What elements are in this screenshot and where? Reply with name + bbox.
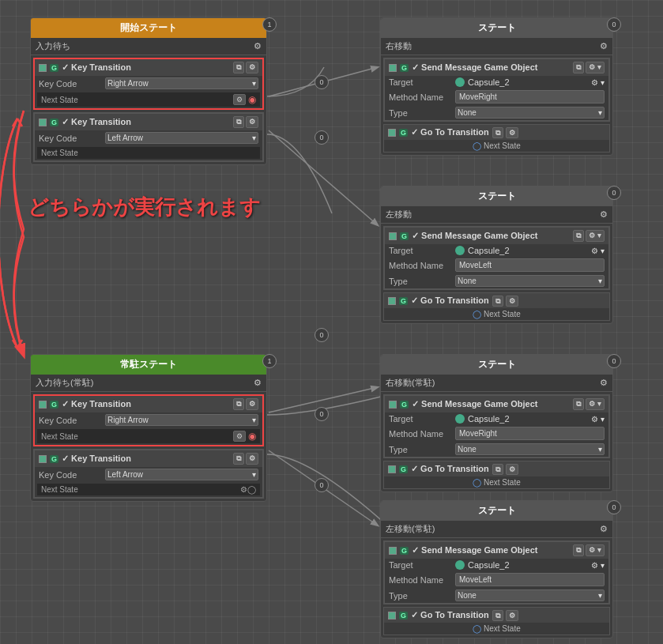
r3-goto-icons: ⧉ ⚙ [492, 464, 518, 474]
r1-goto-gear[interactable]: ⚙ [506, 127, 518, 138]
r1-method-label: Method Name [389, 92, 452, 102]
r4-goto-dot: ◯ [473, 624, 484, 633]
perm-transition-1-checkbox[interactable] [39, 401, 47, 409]
r3-send-checkbox[interactable] [389, 401, 397, 409]
right-node-3: ステート 右移動(常駐) ⚙ G ✓ Send Message Game Obj… [380, 354, 613, 492]
r2-type-select[interactable]: None ▾ [455, 275, 605, 287]
keycode-arrow-2: ▾ [252, 134, 256, 142]
permanent-subheader-gear[interactable]: ⚙ [254, 378, 262, 388]
r3-badge: 0 [607, 354, 621, 368]
r4-gear-btn[interactable]: ⚙ ▾ [586, 544, 605, 556]
perm-copy-icon-2[interactable]: ⧉ [233, 453, 244, 465]
right-node-4: ステート 左移動(常駐) ⚙ G ✓ Send Message Game Obj… [380, 500, 613, 638]
gear-icon-2[interactable]: ⚙ [246, 116, 258, 128]
perm-keycode-select-1[interactable]: Right Arrow ▾ [105, 414, 258, 426]
r1-gear[interactable]: ⚙ [600, 41, 608, 51]
r4-goto-header: G ✓ Go To Transition ⧉ ⚙ [384, 608, 609, 623]
r4-header: ステート [381, 501, 612, 521]
r3-method-row: Method Name MoveRight [385, 425, 608, 442]
r2-goto-copy[interactable]: ⧉ [492, 296, 503, 307]
perm-keycode-select-2[interactable]: Left Arrow ▾ [105, 469, 258, 480]
r3-goto-g: G [399, 465, 408, 473]
r4-goto-gear[interactable]: ⚙ [506, 610, 518, 621]
perm-transition-1-label: ✓ Key Transition [62, 399, 131, 409]
r1-send-checkbox[interactable] [389, 64, 397, 72]
start-badge: 1 [262, 17, 277, 32]
r2-gear[interactable]: ⚙ [600, 209, 608, 220]
r2-header: ステート [381, 186, 612, 206]
r3-target-label: Target [389, 414, 452, 424]
r4-target-label: Target [389, 560, 452, 570]
start-subheader-gear[interactable]: ⚙ [254, 41, 262, 51]
perm-gear-icon-1[interactable]: ⚙ [246, 398, 258, 410]
r1-goto-g: G [399, 129, 408, 137]
start-transition-2-keycode-row: Key Code Left Arrow ▾ [35, 130, 262, 145]
r4-goto-copy[interactable]: ⧉ [492, 610, 503, 621]
keycode-select-1[interactable]: Right Arrow ▾ [105, 77, 258, 89]
r1-copy[interactable]: ⧉ [573, 62, 584, 73]
r3-type-select[interactable]: None ▾ [455, 443, 605, 455]
perm-next-gear-icon-1[interactable]: ⚙ [233, 431, 246, 442]
perm-badge: 1 [262, 354, 277, 368]
r2-goto-checkbox[interactable] [388, 297, 396, 305]
perm-next-state-2: Next State ⚙◯ [37, 484, 260, 495]
r4-g-badge: G [400, 547, 409, 555]
r4-goto-block: G ✓ Go To Transition ⧉ ⚙ ◯ Next State [383, 607, 610, 635]
r4-goto-checkbox[interactable] [388, 612, 396, 620]
r4-type-arrow: ▾ [598, 591, 602, 600]
perm-keycode-arrow-2: ▾ [252, 470, 256, 479]
r3-goto-checkbox[interactable] [388, 465, 396, 473]
r4-type-select[interactable]: None ▾ [455, 589, 605, 601]
r3-goto-block: G ✓ Go To Transition ⧉ ⚙ ◯ Next State [383, 461, 610, 489]
r2-target-controls[interactable]: ⚙ ▾ [591, 247, 605, 255]
r4-capsule-icon [455, 560, 465, 570]
r3-goto-copy[interactable]: ⧉ [492, 464, 503, 475]
perm-transition-1-icons: ⧉ ⚙ [233, 398, 258, 410]
r2-copy[interactable]: ⧉ [573, 230, 584, 242]
r3-gear-btn[interactable]: ⚙ ▾ [586, 398, 605, 410]
r2-goto-gear[interactable]: ⚙ [506, 296, 518, 307]
permanent-state-subheader: 入力待ち(常駐) ⚙ [31, 375, 266, 392]
r2-target-row: Target Capsule_2 ⚙ ▾ [385, 244, 608, 257]
r4-goto-next: Next State [484, 624, 521, 633]
r1-target-row: Target Capsule_2 ⚙ ▾ [385, 76, 608, 89]
conn-badge-3: 0 [315, 328, 329, 342]
keycode-select-2[interactable]: Left Arrow ▾ [105, 132, 258, 144]
r2-goto-header: G ✓ Go To Transition ⧉ ⚙ [384, 293, 609, 308]
r1-send-header: G ✓ Send Message Game Object ⧉ ⚙ ▾ [385, 59, 608, 76]
r1-goto-checkbox[interactable] [388, 129, 396, 137]
r2-gear-btn[interactable]: ⚙ ▾ [586, 230, 605, 242]
r4-copy[interactable]: ⧉ [573, 544, 584, 556]
r1-subtitle: 右移動 [386, 40, 412, 52]
copy-icon-2[interactable]: ⧉ [233, 116, 244, 128]
r2-g-badge: G [400, 232, 409, 240]
r3-target-controls[interactable]: ⚙ ▾ [591, 415, 605, 424]
r3-goto-gear[interactable]: ⚙ [506, 464, 518, 475]
r4-send-checkbox[interactable] [389, 547, 397, 555]
transition-2-checkbox[interactable] [39, 119, 47, 126]
start-transition-2: G ✓ Key Transition ⧉ ⚙ Key Code Left Arr… [33, 112, 264, 162]
perm-next-state-label-2: Next State [41, 485, 78, 494]
r4-target-controls[interactable]: ⚙ ▾ [591, 561, 605, 570]
perm-copy-icon-1[interactable]: ⧉ [233, 398, 244, 410]
transition-1-checkbox[interactable] [39, 64, 47, 72]
start-state-header: 開始ステート [31, 18, 266, 38]
r4-gear[interactable]: ⚙ [600, 524, 608, 534]
r2-send-checkbox[interactable] [389, 232, 397, 240]
r3-type-row: Type None ▾ [385, 442, 608, 457]
next-gear-icon-1[interactable]: ⚙ [233, 94, 246, 105]
r1-type-select[interactable]: None ▾ [455, 107, 605, 119]
r1-gear-btn[interactable]: ⚙ ▾ [586, 62, 605, 73]
r1-target-controls[interactable]: ⚙ ▾ [591, 78, 605, 87]
r2-send-header: G ✓ Send Message Game Object ⧉ ⚙ ▾ [385, 228, 608, 244]
perm-gear-icon-2[interactable]: ⚙ [246, 453, 258, 465]
r2-send-icons: ⧉ ⚙ ▾ [573, 230, 605, 242]
gear-icon-1[interactable]: ⚙ [246, 62, 258, 73]
r2-goto-next: Next State [484, 310, 521, 318]
perm-transition-2-checkbox[interactable] [39, 455, 47, 463]
r2-method-label: Method Name [389, 261, 452, 270]
r1-goto-copy[interactable]: ⧉ [492, 127, 503, 138]
r3-copy[interactable]: ⧉ [573, 398, 584, 410]
copy-icon-1[interactable]: ⧉ [233, 62, 244, 73]
r3-gear[interactable]: ⚙ [600, 378, 608, 388]
